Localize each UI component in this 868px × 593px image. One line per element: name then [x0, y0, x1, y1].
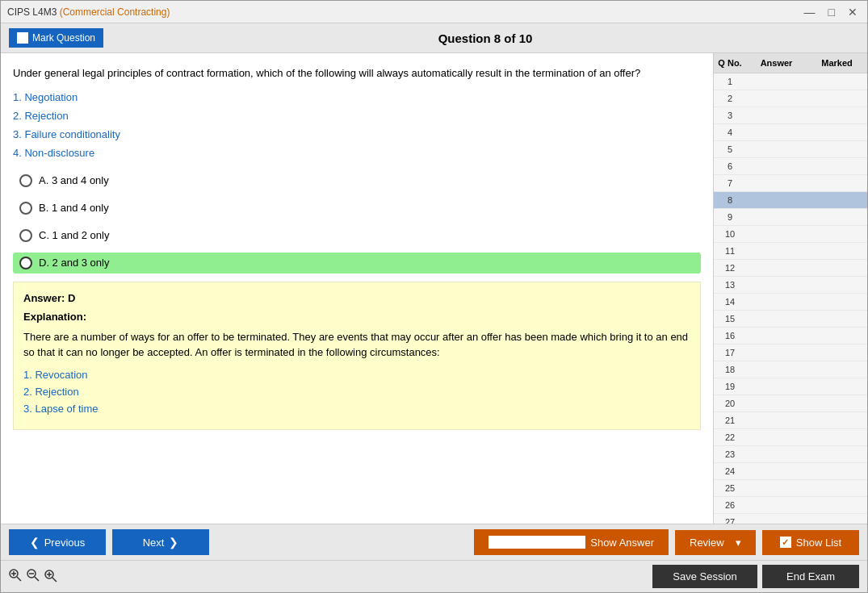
sidebar-row-17[interactable]: 17	[714, 345, 867, 361]
sidebar-col-marked: Marked	[807, 56, 867, 69]
previous-button[interactable]: ❮ Previous	[9, 529, 106, 555]
answer-label-a: A. 3 and 4 only	[39, 174, 109, 186]
sidebar-row-3[interactable]: 3	[714, 107, 867, 124]
sidebar-ans-2	[746, 93, 807, 104]
end-exam-label: End Exam	[786, 570, 835, 583]
answer-options: A. 3 and 4 only B. 1 and 4 only C. 1 and…	[13, 170, 701, 274]
sidebar-q-19: 19	[714, 381, 746, 392]
sidebar-q-3: 3	[714, 110, 746, 121]
sidebar-row-24[interactable]: 24	[714, 463, 867, 480]
sidebar-row-16[interactable]: 16	[714, 328, 867, 345]
sidebar-ans-4	[746, 127, 807, 138]
next-label: Next	[143, 537, 165, 549]
sidebar-row-5[interactable]: 5	[714, 141, 867, 158]
review-button[interactable]: Review ▾	[675, 530, 756, 555]
sidebar-row-7[interactable]: 7	[714, 175, 867, 192]
sidebar-q-25: 25	[714, 482, 746, 494]
option-2: 2. Rejection	[13, 110, 701, 122]
sidebar-row-11[interactable]: 11	[714, 243, 867, 260]
sidebar-row-12[interactable]: 12	[714, 260, 867, 277]
radio-d	[19, 257, 32, 269]
sidebar-row-8[interactable]: 8	[714, 192, 867, 209]
sidebar-row-9[interactable]: 9	[714, 209, 867, 226]
sidebar-row-4[interactable]: 4	[714, 124, 867, 141]
question-area: Under general legal principles of contra…	[1, 53, 714, 524]
previous-label: Previous	[44, 537, 86, 549]
radio-b	[19, 202, 32, 215]
sidebar-row-19[interactable]: 19	[714, 378, 867, 395]
sidebar-row-23[interactable]: 23	[714, 446, 867, 463]
sidebar-row-25[interactable]: 25	[714, 480, 867, 497]
answer-label-c: C. 1 and 2 only	[39, 229, 109, 241]
sidebar-q-17: 17	[714, 347, 746, 358]
sidebar-q-22: 22	[714, 432, 746, 443]
sidebar-q-26: 26	[714, 499, 746, 511]
end-exam-button[interactable]: End Exam	[762, 565, 859, 588]
sidebar-col-answer: Answer	[746, 56, 807, 69]
answer-option-c[interactable]: C. 1 and 2 only	[13, 225, 701, 246]
explanation-item-2: 2. Rejection	[23, 386, 690, 398]
sidebar-row-15[interactable]: 15	[714, 311, 867, 328]
sidebar-q-11: 11	[714, 245, 746, 257]
answer-option-a[interactable]: A. 3 and 4 only	[13, 170, 701, 191]
mark-question-button[interactable]: ■ Mark Question	[9, 28, 103, 48]
sidebar-q-4: 4	[714, 127, 746, 138]
zoom-in-button[interactable]	[9, 569, 22, 585]
answer-correct: Answer: D	[23, 292, 690, 304]
sidebar-mark-7	[807, 177, 867, 189]
sidebar-q-16: 16	[714, 330, 746, 341]
sidebar-mark-6	[807, 161, 867, 172]
zoom-bar: Save Session End Exam	[1, 560, 867, 592]
sidebar-col-qno: Q No.	[714, 56, 746, 69]
save-session-button[interactable]: Save Session	[652, 565, 757, 588]
sidebar-row-10[interactable]: 10	[714, 226, 867, 243]
question-text: Under general legal principles of contra…	[13, 65, 701, 81]
sidebar-ans-1	[746, 76, 807, 87]
sidebar-q-1: 1	[714, 76, 746, 87]
sidebar-row-6[interactable]: 6	[714, 158, 867, 175]
show-answer-checkbox-icon	[489, 536, 585, 549]
answer-option-b[interactable]: B. 1 and 4 only	[13, 198, 701, 219]
sidebar-q-21: 21	[714, 415, 746, 426]
sidebar-ans-10	[746, 228, 807, 240]
sidebar-row-20[interactable]: 20	[714, 395, 867, 412]
sidebar-row-1[interactable]: 1	[714, 73, 867, 90]
close-button[interactable]: ✕	[845, 6, 861, 19]
sidebar-row-27[interactable]: 27	[714, 514, 867, 524]
sidebar-row-18[interactable]: 18	[714, 361, 867, 378]
explanation-item-1: 1. Revocation	[23, 369, 690, 381]
main-content: Under general legal principles of contra…	[1, 53, 867, 524]
sidebar-q-20: 20	[714, 398, 746, 409]
maximize-button[interactable]: □	[825, 6, 838, 19]
show-list-button[interactable]: ✓ Show List	[762, 530, 859, 555]
review-dropdown-icon: ▾	[736, 537, 741, 549]
sidebar-row-2[interactable]: 2	[714, 90, 867, 107]
sidebar-q-9: 9	[714, 211, 746, 223]
sidebar-row-21[interactable]: 21	[714, 412, 867, 429]
review-label: Review	[690, 537, 724, 549]
next-button[interactable]: Next ❯	[112, 529, 209, 555]
sidebar-q-27: 27	[714, 516, 746, 524]
sidebar-ans-5	[746, 144, 807, 155]
sidebar-ans-6	[746, 161, 807, 172]
sidebar-q-24: 24	[714, 466, 746, 477]
explanation-title: Explanation:	[23, 311, 690, 323]
sidebar-ans-8	[746, 194, 807, 206]
sidebar-row-26[interactable]: 26	[714, 497, 867, 514]
answer-option-d[interactable]: D. 2 and 3 only	[13, 253, 701, 274]
sidebar-q-10: 10	[714, 228, 746, 240]
sidebar-row-14[interactable]: 14	[714, 294, 867, 311]
sidebar-row-13[interactable]: 13	[714, 277, 867, 294]
sidebar-ans-3	[746, 110, 807, 121]
minimize-button[interactable]: —	[801, 6, 819, 19]
zoom-reset-button[interactable]	[27, 569, 40, 584]
svg-line-1	[17, 577, 21, 581]
show-list-label: Show List	[796, 537, 841, 549]
window-controls: — □ ✕	[801, 6, 861, 19]
zoom-out-button[interactable]	[44, 570, 57, 584]
sidebar-q-23: 23	[714, 449, 746, 460]
sidebar-row-22[interactable]: 22	[714, 429, 867, 446]
show-answer-button[interactable]: Show Answer	[474, 529, 669, 555]
answer-explanation-box: Answer: D Explanation: There are a numbe…	[13, 282, 701, 430]
sidebar-q-5: 5	[714, 144, 746, 155]
